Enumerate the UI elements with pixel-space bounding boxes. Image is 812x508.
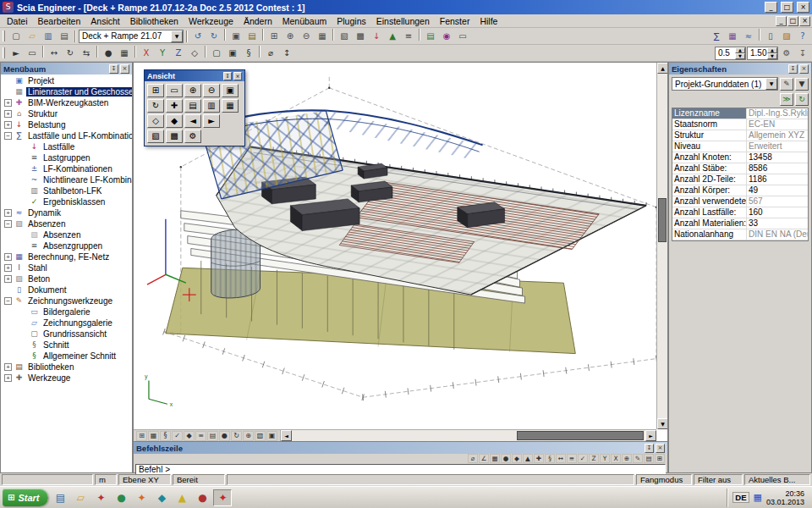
copy-icon[interactable]: ▣ bbox=[228, 29, 244, 43]
property-value[interactable]: Dipl.-Ing.S.Ryklin STAT bbox=[747, 108, 808, 119]
property-value[interactable]: 13458 bbox=[747, 152, 808, 163]
save-icon[interactable]: ▥ bbox=[41, 29, 56, 43]
spin-up-icon[interactable]: ▲ bbox=[735, 47, 745, 53]
cmd-snap-node-icon[interactable]: ● bbox=[501, 454, 511, 463]
layers-toggle-icon[interactable]: ▤ bbox=[207, 431, 218, 441]
pin-view-icon[interactable]: ↧ bbox=[795, 46, 810, 60]
tree-item-stahl[interactable]: +IStahl bbox=[1, 262, 132, 273]
chevron-down-icon[interactable]: ▼ bbox=[171, 30, 183, 42]
box-toggle-icon[interactable]: ▣ bbox=[266, 431, 277, 441]
tree-item-werkzeuge[interactable]: +✚Werkzeuge bbox=[1, 373, 132, 384]
quicklaunch-explorer-icon[interactable]: ▱ bbox=[71, 489, 90, 506]
quicklaunch-scia-engineer-icon[interactable]: ✦ bbox=[213, 489, 232, 506]
cmd-angle-icon[interactable]: ∠ bbox=[479, 454, 489, 463]
property-filter-icon[interactable]: ▼ bbox=[795, 78, 809, 91]
tree-expander-icon[interactable]: + bbox=[4, 110, 12, 118]
property-value[interactable]: 8586 bbox=[747, 163, 808, 174]
tree-item-nichtlineare-lf-kombinationen[interactable]: ~Nichtlineare LF-Kombinationen bbox=[1, 174, 132, 185]
minimize-button[interactable]: _ bbox=[765, 2, 777, 13]
spin-down-icon[interactable]: ▼ bbox=[767, 53, 777, 59]
paste-icon[interactable]: ▤ bbox=[244, 29, 260, 43]
horizontal-scroll-thumb[interactable] bbox=[517, 431, 644, 440]
view-palette-titlebar[interactable]: Ansicht ↧ × bbox=[145, 70, 244, 81]
show-labels-icon[interactable]: ≡ bbox=[401, 29, 416, 43]
tree-item-schnitt[interactable]: §Schnitt bbox=[1, 340, 132, 351]
calculator-icon[interactable]: ∑ bbox=[709, 29, 724, 43]
view-side-icon[interactable]: ▦ bbox=[222, 99, 239, 113]
labels-toggle-icon[interactable]: ≡ bbox=[195, 431, 206, 441]
menu-einstellungen[interactable]: Einstellungen bbox=[371, 15, 435, 27]
select-arrow-icon[interactable]: ► bbox=[8, 46, 24, 60]
property-row-struktur[interactable]: StrukturAllgemein XYZ bbox=[672, 130, 808, 141]
property-value[interactable]: Erweitert bbox=[747, 141, 808, 152]
close-icon[interactable]: × bbox=[656, 444, 665, 453]
vertical-scroll-thumb[interactable] bbox=[658, 198, 667, 242]
nodes-toggle-icon[interactable]: ● bbox=[219, 431, 230, 441]
viewport-vertical-scrollbar[interactable]: ▲ ▼ bbox=[656, 63, 667, 429]
maximize-button[interactable]: □ bbox=[781, 2, 793, 13]
cmd-edit-icon[interactable]: ✎ bbox=[633, 454, 643, 463]
tray-app-icon[interactable]: ▦ bbox=[754, 493, 762, 502]
property-row-anzahl-2d-teile[interactable]: Anzahl 2D-Teile:1186 bbox=[672, 174, 808, 185]
refresh-view-icon[interactable]: ↻ bbox=[231, 431, 242, 441]
quicklaunch-app-icon-3[interactable]: ◆ bbox=[152, 489, 171, 506]
menu-hilfe[interactable]: Hilfe bbox=[475, 15, 502, 27]
edit-properties-icon[interactable]: ✎ bbox=[780, 78, 793, 91]
tree-expander-icon[interactable]: + bbox=[4, 264, 12, 272]
activity-icon[interactable]: ◉ bbox=[439, 29, 454, 43]
snap-toggle-icon[interactable]: ✓ bbox=[172, 431, 183, 441]
pin-icon[interactable]: ↧ bbox=[788, 64, 798, 74]
property-value[interactable]: EC-EN bbox=[747, 119, 808, 130]
pin-icon[interactable]: ↧ bbox=[223, 72, 232, 80]
menu-fenster[interactable]: Fenster bbox=[435, 15, 475, 27]
quicklaunch-desktop-icon[interactable]: ▤ bbox=[51, 489, 69, 506]
property-row-anzahl-materialien[interactable]: Anzahl Materialien:33 bbox=[672, 218, 808, 229]
action-expand-icon[interactable]: ≫ bbox=[780, 93, 793, 106]
tree-item-bildergalerie[interactable]: ▭Bildergalerie bbox=[1, 306, 132, 318]
tree-item-grundrissansicht[interactable]: ▢Grundrissansicht bbox=[1, 329, 132, 340]
tree-item-dynamik[interactable]: +≈Dynamik bbox=[1, 207, 132, 218]
tree-expander-icon[interactable]: − bbox=[4, 132, 12, 140]
properties-combo[interactable]: Projekt-Grunddaten (1) ▼ bbox=[672, 77, 778, 91]
document-icon[interactable]: ▯ bbox=[763, 29, 778, 43]
status-aktuelles-b[interactable]: Aktuelles B... bbox=[744, 474, 810, 485]
rotate-icon[interactable]: ↻ bbox=[63, 46, 78, 60]
chevron-down-icon[interactable]: ▼ bbox=[765, 78, 777, 90]
status-filter-aus[interactable]: Filter aus bbox=[694, 474, 743, 485]
tree-expander-icon[interactable]: + bbox=[4, 253, 12, 261]
gallery-icon[interactable]: ▨ bbox=[779, 29, 794, 43]
tree-item-allgemeiner-schnitt[interactable]: §Allgemeiner Schnitt bbox=[1, 351, 132, 362]
tree-expander-icon[interactable]: + bbox=[4, 275, 12, 283]
axonometry-icon[interactable]: ◇ bbox=[187, 46, 202, 60]
property-row-anzahl-verwendete-p[interactable]: Anzahl verwendete P...567 bbox=[672, 196, 808, 207]
menu-werkzeuge[interactable]: Werkzeuge bbox=[184, 15, 239, 27]
tree-expander-icon[interactable]: + bbox=[4, 99, 12, 107]
select-rect-icon[interactable]: ▭ bbox=[25, 46, 40, 60]
view-z-icon[interactable]: Z bbox=[171, 46, 186, 60]
tree-item-projekt[interactable]: ▣Projekt bbox=[1, 75, 132, 86]
menu-plugins[interactable]: Plugins bbox=[332, 15, 370, 27]
cmd-plane-z-icon[interactable]: Z bbox=[589, 454, 599, 463]
view-x-icon[interactable]: X bbox=[139, 46, 154, 60]
grid-toggle-icon[interactable]: ▦ bbox=[148, 431, 159, 441]
show-supports-icon[interactable]: ▲ bbox=[385, 29, 400, 43]
tree-item-struktur[interactable]: +⌂Struktur bbox=[1, 108, 132, 119]
cmd-grid-icon[interactable]: ▦ bbox=[490, 454, 500, 463]
cmd-snap-cross-icon[interactable]: ✚ bbox=[534, 454, 544, 463]
shrink-elements-icon[interactable]: ▣ bbox=[225, 46, 240, 60]
axonometry-icon[interactable]: ◇ bbox=[147, 114, 164, 128]
view-top-icon[interactable]: ▤ bbox=[184, 99, 201, 113]
cmd-zoom-icon[interactable]: ⊕ bbox=[622, 454, 632, 463]
scroll-left-icon[interactable]: ◄ bbox=[281, 430, 292, 441]
pin-icon[interactable]: ↧ bbox=[109, 64, 118, 74]
scroll-right-icon[interactable]: ► bbox=[645, 430, 656, 441]
property-row-lizenzname[interactable]: LizenznameDipl.-Ing.S.Ryklin STAT bbox=[672, 108, 808, 119]
property-value[interactable]: 160 bbox=[747, 207, 808, 218]
property-row-anzahl-knoten[interactable]: Anzahl Knoten:13458 bbox=[672, 152, 808, 163]
viewport-horizontal-scrollbar[interactable]: ◄ ► bbox=[281, 430, 656, 441]
rotate-view-icon[interactable]: ↻ bbox=[147, 99, 164, 113]
tree-item-bibliotheken[interactable]: +▤Bibliotheken bbox=[1, 362, 132, 373]
zoom-window-icon[interactable]: ▭ bbox=[166, 84, 183, 97]
tree-item-absenzgruppen[interactable]: ≡Absenzgruppen bbox=[1, 240, 132, 251]
scale-spinner-2[interactable]: 1.50 ▲ ▼ bbox=[747, 47, 778, 60]
